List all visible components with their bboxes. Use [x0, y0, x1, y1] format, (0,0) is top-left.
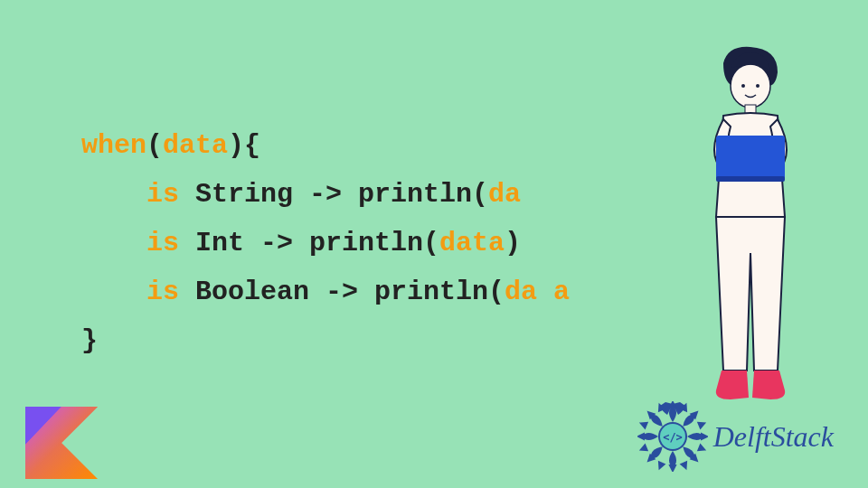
code-line-1: when(data){ [81, 130, 260, 161]
code-line-4: is Boolean -> println(da a [81, 277, 570, 307]
code-line-2: is String -> println(da [81, 179, 521, 210]
arg-data: da [488, 179, 521, 210]
indent [81, 228, 146, 258]
code-line-5: } [81, 325, 98, 356]
kotlin-logo-icon [25, 407, 98, 479]
keyword-is: is [146, 179, 179, 210]
type-boolean: Boolean -> println( [179, 277, 505, 307]
svg-point-2 [756, 84, 760, 88]
indent [81, 277, 146, 307]
arg-data: data [439, 228, 505, 258]
arg-data: data [163, 130, 228, 161]
svg-rect-7 [716, 176, 785, 182]
keyword-is: is [146, 277, 179, 307]
person-with-laptop-illustration [660, 36, 832, 416]
code-line-3: is Int -> println(data) [81, 228, 521, 258]
delftstack-brand: </> DelftStack [637, 401, 834, 472]
close-brace: } [81, 325, 98, 356]
code-snippet: when(data){ is String -> println(da is I… [81, 72, 570, 365]
svg-point-0 [731, 64, 770, 108]
brand-name: DelftStack [713, 420, 834, 454]
svg-text:</>: </> [663, 431, 683, 444]
svg-point-1 [741, 84, 745, 88]
indent [81, 179, 146, 210]
keyword-is: is [146, 228, 179, 258]
paren-brace: ){ [228, 130, 260, 161]
type-int: Int -> println( [179, 228, 439, 258]
delft-mandala-icon: </> [637, 401, 708, 472]
line-end: ) [505, 228, 521, 258]
svg-marker-14 [670, 402, 675, 408]
svg-rect-6 [716, 136, 785, 181]
keyword-when: when [81, 130, 146, 161]
arg-data: da a [505, 277, 570, 307]
paren-open: ( [146, 130, 163, 161]
type-string: String -> println( [179, 179, 488, 210]
